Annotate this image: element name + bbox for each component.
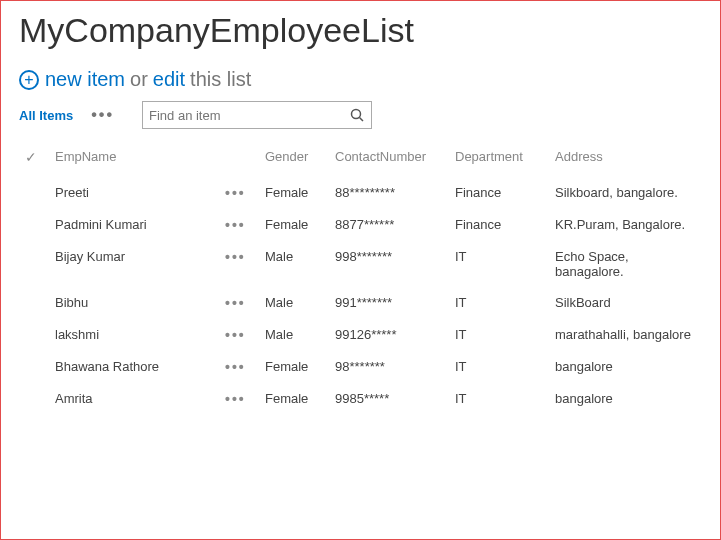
table-header-row: ✓ EmpName Gender ContactNumber Departmen… — [19, 143, 702, 177]
cell-empname[interactable]: Padmini Kumari — [49, 209, 219, 241]
view-all-items[interactable]: All Items — [19, 108, 73, 123]
col-header-contact[interactable]: ContactNumber — [329, 143, 449, 177]
employee-table: ✓ EmpName Gender ContactNumber Departmen… — [19, 143, 702, 415]
cell-contact: 998******* — [329, 241, 449, 287]
cell-department: Finance — [449, 209, 549, 241]
views-more-icon[interactable]: ••• — [91, 106, 114, 124]
list-toolbar: + new item or edit this list — [19, 68, 702, 91]
table-row[interactable]: Padmini Kumari•••Female8877******Finance… — [19, 209, 702, 241]
table-row[interactable]: Bibhu•••Male991*******ITSilkBoard — [19, 287, 702, 319]
or-label: or — [130, 68, 148, 91]
table-row[interactable]: Amrita•••Female9985*****ITbangalore — [19, 383, 702, 415]
views-row: All Items ••• — [19, 101, 702, 129]
cell-contact: 98******* — [329, 351, 449, 383]
col-header-gender[interactable]: Gender — [259, 143, 329, 177]
cell-empname[interactable]: Bibhu — [49, 287, 219, 319]
this-list-label: this list — [190, 68, 251, 91]
cell-department: IT — [449, 241, 549, 287]
cell-contact: 88********* — [329, 177, 449, 209]
cell-address: bangalore — [549, 351, 702, 383]
app-frame: MyCompanyEmployeeList + new item or edit… — [0, 0, 721, 540]
edit-link[interactable]: edit — [153, 68, 185, 91]
cell-gender: Female — [259, 177, 329, 209]
table-row[interactable]: lakshmi•••Male99126*****ITmarathahalli, … — [19, 319, 702, 351]
search-icon[interactable] — [349, 107, 365, 123]
table-row[interactable]: Bhawana Rathore•••Female98*******ITbanga… — [19, 351, 702, 383]
table-row[interactable]: Preeti•••Female88*********FinanceSilkboa… — [19, 177, 702, 209]
cell-gender: Male — [259, 241, 329, 287]
cell-gender: Female — [259, 209, 329, 241]
search-input[interactable] — [149, 108, 349, 123]
cell-address: KR.Puram, Bangalore. — [549, 209, 702, 241]
row-menu-icon[interactable]: ••• — [225, 359, 246, 375]
cell-address: bangalore — [549, 383, 702, 415]
cell-department: IT — [449, 319, 549, 351]
cell-empname[interactable]: Preeti — [49, 177, 219, 209]
row-menu-icon[interactable]: ••• — [225, 295, 246, 311]
cell-gender: Female — [259, 351, 329, 383]
row-menu-icon[interactable]: ••• — [225, 327, 246, 343]
new-item-link[interactable]: new item — [45, 68, 125, 91]
cell-address: SilkBoard — [549, 287, 702, 319]
cell-address: marathahalli, bangalore — [549, 319, 702, 351]
cell-gender: Male — [259, 319, 329, 351]
col-header-empname[interactable]: EmpName — [49, 143, 219, 177]
cell-department: IT — [449, 351, 549, 383]
cell-department: IT — [449, 383, 549, 415]
row-menu-icon[interactable]: ••• — [225, 249, 246, 265]
cell-empname[interactable]: Amrita — [49, 383, 219, 415]
plus-circle-icon[interactable]: + — [19, 70, 39, 90]
table-row[interactable]: Bijay Kumar•••Male998*******ITEcho Space… — [19, 241, 702, 287]
cell-empname[interactable]: Bijay Kumar — [49, 241, 219, 287]
check-column-icon[interactable]: ✓ — [25, 149, 37, 165]
cell-empname[interactable]: lakshmi — [49, 319, 219, 351]
svg-point-0 — [352, 110, 361, 119]
cell-gender: Male — [259, 287, 329, 319]
row-menu-icon[interactable]: ••• — [225, 185, 246, 201]
cell-contact: 8877****** — [329, 209, 449, 241]
cell-department: IT — [449, 287, 549, 319]
col-header-address[interactable]: Address — [549, 143, 702, 177]
cell-address: Silkboard, bangalore. — [549, 177, 702, 209]
col-header-department[interactable]: Department — [449, 143, 549, 177]
cell-department: Finance — [449, 177, 549, 209]
cell-gender: Female — [259, 383, 329, 415]
row-menu-icon[interactable]: ••• — [225, 217, 246, 233]
cell-contact: 991******* — [329, 287, 449, 319]
search-box[interactable] — [142, 101, 372, 129]
cell-empname[interactable]: Bhawana Rathore — [49, 351, 219, 383]
cell-address: Echo Space, banagalore. — [549, 241, 702, 287]
page-title: MyCompanyEmployeeList — [19, 11, 702, 50]
cell-contact: 99126***** — [329, 319, 449, 351]
row-menu-icon[interactable]: ••• — [225, 391, 246, 407]
svg-line-1 — [360, 118, 364, 122]
cell-contact: 9985***** — [329, 383, 449, 415]
